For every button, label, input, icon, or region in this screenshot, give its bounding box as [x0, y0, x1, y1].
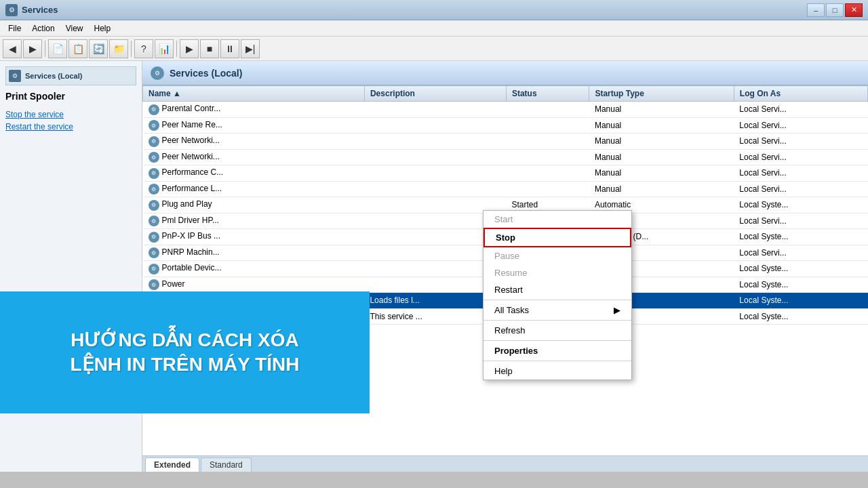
bottom-tabs: Extended Standard: [142, 455, 868, 472]
stop-service-link[interactable]: Stop the service: [5, 110, 136, 119]
close-button[interactable]: ✕: [845, 3, 863, 17]
row-icon: ⚙: [149, 184, 159, 195]
cell-status: [506, 149, 589, 165]
cell-logon: Local Servi...: [734, 213, 867, 229]
ctx-sep-2: [484, 320, 631, 321]
ctx-help[interactable]: Help: [484, 363, 631, 380]
cell-logon: Local Syste...: [734, 197, 867, 214]
cell-startup: Manual: [589, 102, 734, 118]
cell-description: [364, 149, 506, 165]
sidebar-title: Services (Local): [25, 72, 82, 80]
ctx-sep-4: [484, 361, 631, 361]
col-logon[interactable]: Log On As: [734, 86, 867, 102]
cell-status: [506, 102, 589, 118]
cell-logon: Local Servi...: [734, 102, 867, 118]
table-row[interactable]: ⚙Performance L...ManualLocal Servi...: [143, 181, 868, 197]
tab-standard[interactable]: Standard: [201, 458, 252, 472]
content-title: Services (Local): [170, 68, 242, 79]
stop-service-button[interactable]: ■: [200, 39, 219, 58]
ctx-pause[interactable]: Pause: [484, 247, 631, 264]
content-header: ⚙ Services (Local): [142, 61, 868, 85]
refresh-button[interactable]: 🔄: [89, 39, 108, 58]
cell-description: [364, 165, 506, 182]
row-icon: ⚙: [149, 200, 159, 211]
start-service-button[interactable]: ▶: [180, 39, 199, 58]
cell-status: [506, 117, 589, 134]
back-button[interactable]: ◀: [3, 39, 22, 58]
cell-startup: Manual: [589, 165, 734, 182]
context-menu: Start Stop Pause Resume Restart All Task…: [483, 210, 632, 380]
menu-view[interactable]: View: [60, 22, 89, 35]
sidebar-icon: ⚙: [9, 70, 21, 82]
table-header-row: Name ▲ Description Status Startup Type L…: [143, 86, 868, 102]
row-icon: ⚙: [149, 264, 159, 274]
table-row[interactable]: ⚙Peer Networki...ManualLocal Servi...: [143, 149, 868, 165]
minimize-button[interactable]: –: [807, 3, 825, 17]
cell-status: [506, 165, 589, 182]
table-row[interactable]: ⚙Parental Contr...ManualLocal Servi...: [143, 102, 868, 118]
window-title: Services: [22, 5, 807, 15]
cell-logon: Local Servi...: [734, 181, 867, 197]
col-description[interactable]: Description: [364, 86, 506, 102]
maximize-button[interactable]: □: [826, 3, 844, 17]
table-row[interactable]: ⚙Performance C...ManualLocal Servi...: [143, 165, 868, 182]
ctx-start[interactable]: Start: [484, 211, 631, 228]
ctx-stop[interactable]: Stop: [484, 228, 631, 247]
cell-description: [364, 102, 506, 118]
cell-logon: Local Syste...: [734, 229, 867, 245]
cell-logon: Local Servi...: [734, 245, 867, 261]
cell-description: [364, 117, 506, 134]
cell-logon: Local Servi...: [734, 117, 867, 134]
content-icon: ⚙: [151, 66, 164, 80]
copy-button[interactable]: 📋: [68, 39, 87, 58]
row-icon: ⚙: [149, 216, 159, 226]
menu-file[interactable]: File: [3, 22, 26, 35]
cell-description: [364, 134, 506, 150]
pause-service-button[interactable]: ⏸: [220, 39, 239, 58]
show-hide-button[interactable]: 📄: [48, 39, 67, 58]
cell-status: [506, 181, 589, 197]
chart-button[interactable]: 📊: [155, 39, 174, 58]
table-row[interactable]: ⚙Peer Name Re...ManualLocal Servi...: [143, 117, 868, 134]
title-bar: ⚙ Services – □ ✕: [0, 0, 868, 20]
ctx-all-tasks[interactable]: All Tasks ▶: [484, 302, 631, 319]
ctx-restart[interactable]: Restart: [484, 281, 631, 298]
window-controls: – □ ✕: [807, 3, 863, 17]
cell-logon: Local Servi...: [734, 134, 867, 150]
cell-logon: Local Syste...: [734, 277, 867, 293]
row-icon: ⚙: [149, 279, 159, 290]
row-icon: ⚙: [149, 104, 159, 115]
restart-service-link[interactable]: Restart the service: [5, 122, 136, 131]
ctx-sep-3: [484, 340, 631, 341]
table-row[interactable]: ⚙Peer Networki...ManualLocal Servi...: [143, 134, 868, 150]
menu-action[interactable]: Action: [26, 22, 60, 35]
cell-startup: Manual: [589, 117, 734, 134]
blue-banner: HƯỚNG DẪN CÁCH XÓA LỆNH IN TRÊN MÁY TÍNH: [0, 291, 370, 413]
banner-text: HƯỚNG DẪN CÁCH XÓA LỆNH IN TRÊN MÁY TÍNH: [57, 328, 313, 378]
col-name[interactable]: Name ▲: [143, 86, 365, 102]
ctx-refresh[interactable]: Refresh: [484, 322, 631, 339]
sidebar-header: ⚙ Services (Local): [5, 66, 136, 85]
row-icon: ⚙: [149, 232, 159, 243]
restart-service-button[interactable]: ▶|: [241, 39, 260, 58]
export-button[interactable]: 📁: [109, 39, 128, 58]
row-icon: ⚙: [149, 120, 159, 131]
row-icon: ⚙: [149, 152, 159, 163]
app-icon: ⚙: [5, 4, 18, 16]
col-startup[interactable]: Startup Type: [589, 86, 734, 102]
selected-service-name: Print Spooler: [5, 91, 136, 102]
col-status[interactable]: Status: [506, 86, 589, 102]
row-icon: ⚙: [149, 168, 159, 179]
help-button[interactable]: ?: [134, 39, 153, 58]
ctx-properties[interactable]: Properties: [484, 342, 631, 359]
cell-logon: Local Syste...: [734, 293, 867, 309]
main-container: ⚙ Services (Local) Print Spooler Stop th…: [0, 61, 868, 472]
cell-logon: Local Syste...: [734, 308, 867, 325]
cell-startup: Manual: [589, 149, 734, 165]
forward-button[interactable]: ▶: [23, 39, 42, 58]
tab-extended[interactable]: Extended: [145, 458, 199, 472]
ctx-resume[interactable]: Resume: [484, 264, 631, 281]
cell-logon: Local Servi...: [734, 165, 867, 182]
menu-help[interactable]: Help: [89, 22, 117, 35]
row-icon: ⚙: [149, 136, 159, 147]
